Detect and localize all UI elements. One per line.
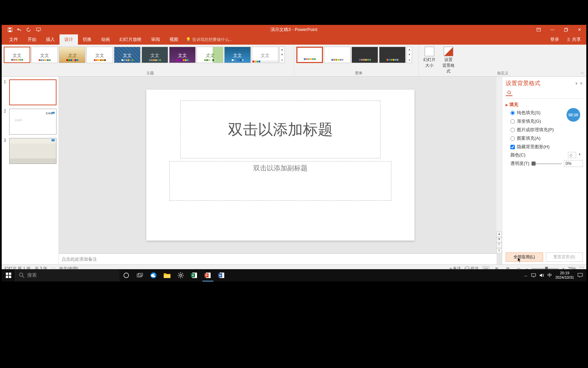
tab-file[interactable]: 文件: [4, 34, 23, 45]
save-button[interactable]: [6, 26, 14, 33]
fill-section-header[interactable]: ▸ 填充: [506, 102, 583, 108]
theme-item[interactable]: 文文: [31, 47, 58, 63]
slide-thumbnail-2[interactable]: 2 文本框 占位符: [4, 109, 56, 135]
start-button[interactable]: [2, 269, 15, 281]
tab-animations[interactable]: 动画: [96, 34, 115, 45]
format-bg-icon: [444, 47, 453, 56]
variant-item[interactable]: [296, 47, 323, 63]
tab-slideshow[interactable]: 幻灯片放映: [115, 34, 146, 45]
svg-rect-17: [138, 273, 143, 276]
search-icon: [19, 273, 24, 278]
collapse-ribbon-button[interactable]: ︿: [581, 70, 584, 75]
prev-slide-button[interactable]: ⤒: [496, 243, 502, 248]
close-button[interactable]: ✕: [573, 25, 586, 34]
volume-icon[interactable]: [539, 273, 544, 277]
ime-indicator[interactable]: 中: [548, 272, 552, 278]
redo-button[interactable]: [25, 26, 33, 33]
svg-rect-7: [564, 29, 567, 31]
tray-expand-icon[interactable]: ︿: [524, 273, 528, 278]
ribbon-display-options[interactable]: [532, 25, 545, 34]
theme-item[interactable]: 文文: [197, 47, 223, 63]
svg-rect-16: [137, 274, 141, 277]
pattern-fill-radio[interactable]: 图案填充(A): [510, 135, 583, 141]
settings-icon[interactable]: [174, 269, 187, 281]
slide-canvas[interactable]: 双击以添加标题 双击以添加副标题: [146, 90, 414, 241]
picture-fill-radio[interactable]: 图片或纹理填充(P): [510, 127, 583, 133]
svg-rect-9: [6, 273, 8, 275]
expand-icon: ▸: [506, 102, 508, 107]
theme-item[interactable]: 文文: [252, 47, 278, 63]
tell-me-search[interactable]: 💡 告诉我您想要做什么...: [186, 34, 232, 45]
theme-item[interactable]: 文文: [59, 47, 85, 63]
excel-icon[interactable]: X: [187, 269, 201, 281]
svg-rect-19: [164, 275, 170, 278]
tab-home[interactable]: 开始: [23, 34, 41, 45]
svg-line-25: [179, 273, 179, 274]
share-icon: [567, 37, 571, 42]
scroll-down-button[interactable]: ▼: [496, 237, 502, 243]
variant-item[interactable]: [352, 47, 378, 63]
login-button[interactable]: 登录: [547, 34, 562, 45]
svg-rect-5: [537, 28, 541, 31]
pane-menu-button[interactable]: ▾: [575, 81, 577, 86]
theme-item[interactable]: 文文: [224, 47, 251, 63]
cortana-button[interactable]: [119, 269, 133, 281]
tab-insert[interactable]: 插入: [41, 34, 60, 45]
theme-item[interactable]: 文文: [169, 47, 196, 63]
reset-background-button[interactable]: 重置背景(B): [546, 252, 583, 262]
title-placeholder[interactable]: 双击以添加标题: [180, 101, 380, 158]
slide-thumbnail-3[interactable]: 3: [4, 138, 56, 164]
theme-item[interactable]: 文文: [86, 47, 113, 63]
fill-tab-icon[interactable]: [506, 89, 512, 96]
task-view-button[interactable]: [133, 269, 147, 281]
tab-design[interactable]: 设计: [60, 34, 78, 45]
apply-all-button[interactable]: 全部应用(L): [506, 252, 543, 262]
window-title: 演示文稿3 - PowerPoint: [271, 27, 317, 33]
variant-item[interactable]: [324, 47, 350, 63]
slide-thumbnail-1[interactable]: 1: [4, 79, 56, 105]
svg-text:W: W: [219, 274, 222, 277]
hide-bg-graphics-checkbox[interactable]: 隐藏背景图形(H): [510, 144, 583, 150]
theme-office[interactable]: 文文: [4, 47, 30, 63]
timer-badge: 02:10: [567, 108, 580, 122]
transparency-input[interactable]: 0%: [564, 160, 583, 167]
theme-item[interactable]: 文文: [114, 47, 141, 63]
themes-more-button[interactable]: ▲▼▾: [279, 47, 285, 63]
svg-rect-2: [9, 28, 11, 29]
themes-group-label: 主题: [4, 71, 296, 76]
tab-view[interactable]: 视图: [165, 34, 183, 45]
tab-review[interactable]: 审阅: [146, 34, 165, 45]
undo-button[interactable]: [15, 26, 23, 33]
customize-group: 幻灯片 大小 设置 背景格式 自定义: [419, 45, 586, 76]
pane-close-button[interactable]: ✕: [579, 81, 583, 86]
clock[interactable]: 20:19 2024/10/31: [555, 271, 574, 280]
svg-text:P: P: [206, 274, 208, 277]
variant-item[interactable]: [379, 47, 406, 63]
start-from-beginning-button[interactable]: [34, 26, 43, 33]
format-background-pane: 设置背景格式 ▾ ✕ ▸ 填充 纯色填充(S) 渐变填充(G): [502, 77, 586, 264]
notes-pane[interactable]: 点击此处添加备注: [59, 254, 496, 264]
subtitle-placeholder[interactable]: 双击以添加副标题: [169, 161, 391, 201]
pane-title: 设置背景格式: [506, 79, 540, 87]
variants-more-button[interactable]: ▲▼▾: [407, 47, 412, 63]
action-center-icon[interactable]: [577, 273, 583, 278]
word-icon[interactable]: W: [215, 269, 228, 281]
editor-vertical-scrollbar[interactable]: ▲ ▼ ⤒ ⤓: [496, 77, 502, 254]
powerpoint-icon[interactable]: P: [201, 269, 215, 281]
scroll-up-button[interactable]: ▲: [496, 232, 502, 237]
theme-item[interactable]: 文文: [142, 47, 168, 63]
slides-panel[interactable]: 1 2 文本框 占位符 3: [2, 77, 59, 264]
next-slide-button[interactable]: ⤓: [496, 248, 502, 254]
minimize-button[interactable]: —: [545, 25, 559, 34]
transparency-slider[interactable]: [532, 163, 562, 164]
restore-button[interactable]: [559, 25, 573, 34]
tab-transitions[interactable]: 切换: [78, 34, 96, 45]
edge-icon[interactable]: [147, 269, 160, 281]
network-icon[interactable]: [531, 273, 536, 277]
file-explorer-icon[interactable]: [160, 269, 174, 281]
taskbar-search[interactable]: 搜索: [15, 269, 119, 281]
share-button[interactable]: 共享: [563, 34, 584, 45]
svg-point-8: [568, 38, 570, 40]
fill-color-picker[interactable]: [568, 152, 576, 158]
themes-group: 文文 文文 文文 文文 文文 文文 文文 文文 文文 文文 ▲▼▾ 主题: [2, 45, 294, 76]
